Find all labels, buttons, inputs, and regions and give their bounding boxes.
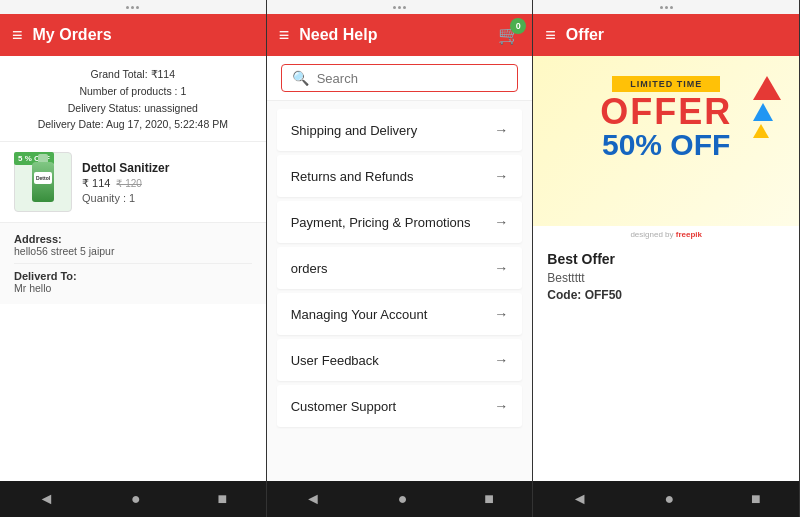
search-bar[interactable]: 🔍	[281, 64, 519, 92]
arrow-icon: →	[494, 260, 508, 276]
help-item-account[interactable]: Managing Your Account →	[277, 293, 523, 335]
help-item-label: User Feedback	[291, 353, 379, 368]
bottle-shape: Dettol	[32, 162, 54, 202]
status-dot	[403, 6, 406, 9]
bottle-label: Dettol	[34, 172, 52, 184]
status-bar-1	[0, 0, 266, 14]
status-dot	[670, 6, 673, 9]
help-item-label: Customer Support	[291, 399, 397, 414]
address-value: hello56 street 5 jaipur	[14, 245, 252, 257]
status-bar-3	[533, 0, 799, 14]
back-button[interactable]: ◄	[38, 490, 54, 508]
offer-title: Best Offer	[547, 251, 785, 267]
bottle-top	[38, 154, 48, 162]
cart-icon[interactable]: 🛒 0	[498, 24, 520, 46]
offer-details: Best Offer Besttttt Code: OFF50	[533, 241, 799, 312]
offer-code-value: OFF50	[585, 288, 622, 302]
offer-big-text: OFFER 50% OFF	[600, 94, 732, 160]
offer-percent: 50% OFF	[600, 130, 732, 160]
help-item-label: Payment, Pricing & Promotions	[291, 215, 471, 230]
offer-content: LIMITED TIME OFFER 50% OFF designed by f…	[533, 56, 799, 481]
triangle-yellow	[753, 124, 769, 138]
status-dot	[136, 6, 139, 9]
panel-my-orders: ≡ My Orders Grand Total: ₹114 Number of …	[0, 0, 267, 517]
status-bar-2	[267, 0, 533, 14]
help-items-list: Shipping and Delivery → Returns and Refu…	[267, 101, 533, 435]
delivery-date: Delivery Date: Aug 17, 2020, 5:22:48 PM	[14, 116, 252, 133]
triangle-red	[753, 76, 781, 100]
offer-banner: LIMITED TIME OFFER 50% OFF	[533, 56, 799, 226]
status-dot	[398, 6, 401, 9]
page-title-offer: Offer	[566, 26, 787, 44]
status-dot	[126, 6, 129, 9]
panel-need-help: ≡ Need Help 🛒 0 🔍 Shipping and Delivery …	[267, 0, 534, 517]
help-item-label: Managing Your Account	[291, 307, 428, 322]
triangle-blue	[753, 103, 773, 121]
offer-code: Code: OFF50	[547, 288, 785, 302]
header-bar-orders: ≡ My Orders	[0, 14, 266, 56]
num-products: Number of products : 1	[14, 83, 252, 100]
help-item-label: Returns and Refunds	[291, 169, 414, 184]
panel-offer: ≡ Offer LIMITED TIME OFFER 50% OFF desig…	[533, 0, 800, 517]
arrow-icon: →	[494, 214, 508, 230]
bottom-nav-3: ◄ ● ■	[533, 481, 799, 517]
help-item-returns[interactable]: Returns and Refunds →	[277, 155, 523, 197]
back-button[interactable]: ◄	[572, 490, 588, 508]
address-section: Address: hello56 street 5 jaipur Deliver…	[0, 222, 266, 304]
help-item-label: Shipping and Delivery	[291, 123, 417, 138]
price-current: ₹ 114	[82, 177, 110, 190]
help-item-feedback[interactable]: User Feedback →	[277, 339, 523, 381]
arrow-icon: →	[494, 306, 508, 322]
menu-icon[interactable]: ≡	[12, 26, 23, 44]
freepik-credit: designed by freepik	[533, 226, 799, 241]
divider	[14, 263, 252, 264]
address-label: Address:	[14, 233, 252, 245]
help-item-support[interactable]: Customer Support →	[277, 385, 523, 427]
menu-icon[interactable]: ≡	[545, 26, 556, 44]
header-bar-offer: ≡ Offer	[533, 14, 799, 56]
arrow-icon: →	[494, 122, 508, 138]
home-button[interactable]: ●	[131, 490, 141, 508]
search-icon: 🔍	[292, 70, 309, 86]
product-image-wrap: 5 % OFF Dettol	[14, 152, 72, 212]
status-dot	[665, 6, 668, 9]
search-bar-wrap: 🔍	[267, 56, 533, 101]
delivery-status: Delivery Status: unassigned	[14, 100, 252, 117]
recents-button[interactable]: ■	[751, 490, 761, 508]
recents-button[interactable]: ■	[218, 490, 228, 508]
price-original: ₹ 120	[116, 178, 141, 189]
delivered-to-label: Deliverd To:	[14, 270, 252, 282]
home-button[interactable]: ●	[398, 490, 408, 508]
home-button[interactable]: ●	[664, 490, 674, 508]
orders-content: Grand Total: ₹114 Number of products : 1…	[0, 56, 266, 481]
bottom-nav-2: ◄ ● ■	[267, 481, 533, 517]
offer-word: OFFER	[600, 94, 732, 130]
order-item-row: 5 % OFF Dettol Dettol Sanitizer ₹ 114 ₹ …	[0, 142, 266, 222]
quantity: Quanity : 1	[82, 192, 252, 204]
help-content: 🔍 Shipping and Delivery → Returns and Re…	[267, 56, 533, 481]
grand-total: Grand Total: ₹114	[14, 66, 252, 83]
price-row: ₹ 114 ₹ 120	[82, 177, 252, 190]
status-dot	[660, 6, 663, 9]
freepik-logo: freepik	[676, 230, 702, 239]
product-info: Dettol Sanitizer ₹ 114 ₹ 120 Quanity : 1	[82, 161, 252, 204]
help-item-orders[interactable]: orders →	[277, 247, 523, 289]
help-item-label: orders	[291, 261, 328, 276]
cart-badge: 0	[510, 18, 526, 34]
recents-button[interactable]: ■	[484, 490, 494, 508]
search-input[interactable]	[317, 71, 508, 86]
product-name: Dettol Sanitizer	[82, 161, 252, 175]
help-item-shipping[interactable]: Shipping and Delivery →	[277, 109, 523, 151]
back-button[interactable]: ◄	[305, 490, 321, 508]
help-item-payment[interactable]: Payment, Pricing & Promotions →	[277, 201, 523, 243]
header-bar-help: ≡ Need Help 🛒 0	[267, 14, 533, 56]
offer-code-label: Code:	[547, 288, 581, 302]
offer-ribbon: LIMITED TIME	[612, 76, 720, 92]
deco-shapes	[753, 76, 781, 138]
arrow-icon: →	[494, 352, 508, 368]
arrow-icon: →	[494, 168, 508, 184]
offer-description: Besttttt	[547, 271, 785, 285]
delivered-to-value: Mr hello	[14, 282, 252, 294]
page-title-help: Need Help	[299, 26, 488, 44]
menu-icon[interactable]: ≡	[279, 26, 290, 44]
